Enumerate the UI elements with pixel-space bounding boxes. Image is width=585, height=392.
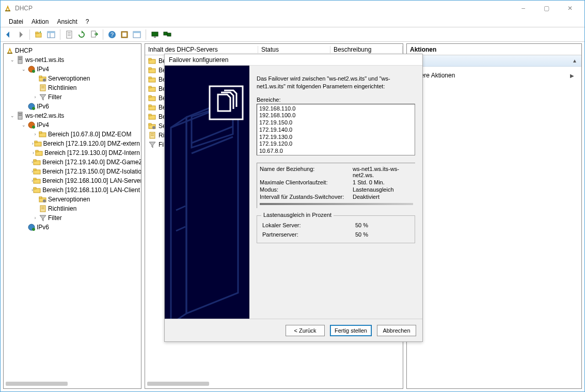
tree-item[interactable]: ⌄ws-net1.ws.its: [5, 55, 140, 65]
tree-item[interactable]: IPv6: [5, 102, 140, 111]
tree-item[interactable]: Richtlinien: [5, 204, 140, 213]
scopes-label: Bereiche:: [257, 97, 415, 103]
tree-panel: DHCP ⌄ws-net1.ws.its⌄IPv4ServeroptionenR…: [3, 43, 141, 389]
monitor-pair-button[interactable]: [162, 29, 173, 40]
svg-point-29: [43, 79, 46, 82]
folder-cog-icon: [39, 74, 47, 83]
tree-item-label: ws-net1.ws.its: [25, 56, 64, 64]
tree-item[interactable]: ⌄IPv4: [5, 65, 140, 74]
scope-icon: [148, 94, 156, 102]
panes-button[interactable]: [45, 29, 57, 40]
tree-expander-icon[interactable]: ›: [31, 95, 39, 100]
mode-value: Lastenausgleich: [353, 186, 413, 193]
tree-root[interactable]: DHCP: [5, 46, 140, 55]
actions-sub-header[interactable]: ▲: [407, 55, 581, 67]
tree-item[interactable]: ›Bereich [172.19.120.0] DMZ-extern: [5, 139, 140, 148]
leadtime-label: Maximale Clientvorlaufzeit:: [260, 179, 353, 185]
partner-server-label: Partnerserver:: [262, 231, 355, 238]
svg-rect-53: [34, 187, 36, 189]
tree-item[interactable]: ›Filter: [5, 213, 140, 223]
filter-icon: [148, 140, 156, 149]
relationship-label: Name der Beziehung:: [260, 166, 353, 178]
scope-icon: [148, 113, 156, 121]
tree-expander-icon[interactable]: ⌄: [20, 122, 27, 128]
tree-item[interactable]: ›Bereich [172.19.140.0] DMZ-GameZ: [5, 158, 140, 167]
wizard-content: Das Failover wird zwischen "ws-net2.ws.i…: [249, 66, 422, 319]
menu-action[interactable]: Aktion: [27, 17, 53, 26]
close-button[interactable]: ✕: [558, 1, 581, 15]
content-hscrollbar[interactable]: [147, 380, 401, 387]
tree-item[interactable]: ⌄ws-net2.ws.its: [5, 111, 140, 120]
tree-expander-icon[interactable]: ⌄: [20, 67, 27, 72]
scope-icon: [148, 57, 156, 65]
cancel-button[interactable]: Abbrechen: [377, 325, 416, 336]
tree-item[interactable]: Richtlinien: [5, 83, 140, 92]
leadtime-value: 1 Std. 0 Min.: [353, 179, 413, 185]
filter-icon: [39, 214, 47, 222]
tree-item[interactable]: ›Filter: [5, 92, 140, 102]
back-button[interactable]: < Zurück: [286, 325, 325, 336]
tree-view[interactable]: DHCP ⌄ws-net1.ws.its⌄IPv4ServeroptionenR…: [4, 44, 141, 234]
svg-rect-24: [19, 59, 22, 60]
svg-rect-75: [149, 114, 151, 116]
col-content[interactable]: Inhalt des DHCP-Servers: [145, 46, 258, 53]
tree-expander-icon[interactable]: ⌄: [9, 113, 16, 118]
scope-icon: [148, 66, 156, 74]
scope-icon: [33, 167, 41, 176]
svg-rect-17: [152, 32, 158, 36]
export-button[interactable]: [88, 29, 100, 40]
svg-rect-14: [122, 33, 127, 37]
tree-item-label: IPv4: [37, 121, 49, 129]
tree-expander-icon[interactable]: ›: [31, 132, 39, 137]
refresh-button[interactable]: [76, 29, 87, 40]
tree-item[interactable]: ›Bereich [192.168.110.0] LAN-Client: [5, 185, 140, 195]
actions-panel: Aktionen ▲ eitere Aktionen ▶: [406, 43, 582, 389]
monitor-green-button[interactable]: [149, 29, 161, 40]
minimize-button[interactable]: –: [512, 1, 535, 15]
col-desc[interactable]: Beschreibung: [330, 46, 403, 53]
tool-btn-3[interactable]: [131, 29, 143, 40]
folder-cog-icon: [148, 122, 156, 130]
menu-file[interactable]: Datei: [5, 17, 27, 26]
tree-item[interactable]: ›Bereich [172.19.130.0] DMZ-Intern: [5, 148, 140, 158]
up-button[interactable]: [33, 29, 44, 40]
tree-item[interactable]: Serveroptionen: [5, 195, 140, 204]
actions-more[interactable]: eitere Aktionen ▶: [411, 69, 577, 82]
scope-icon: [39, 130, 47, 138]
maximize-button[interactable]: ▢: [535, 1, 558, 15]
tree-item[interactable]: ⌄IPv4: [5, 120, 140, 130]
scope-entry: 172.19.120.0: [259, 140, 413, 148]
tree-item[interactable]: ›Bereich [10.67.8.0] DMZ-EOM: [5, 130, 140, 139]
nav-back-button[interactable]: [3, 29, 14, 40]
collapse-up-icon[interactable]: ▲: [572, 58, 577, 64]
tree-expander-icon[interactable]: ⌄: [9, 57, 16, 62]
properties-button[interactable]: [64, 29, 75, 40]
svg-rect-55: [39, 197, 42, 198]
tree-expander-icon[interactable]: ›: [31, 215, 39, 221]
tool-btn-2[interactable]: [119, 29, 130, 40]
menu-view[interactable]: Ansicht: [53, 17, 81, 26]
wizard-title: Failover konfigurieren: [169, 56, 228, 64]
svg-rect-49: [34, 169, 36, 170]
failover-wizard-dialog: Failover konfigurieren: [164, 54, 423, 342]
finish-button[interactable]: Fertig stellen: [330, 325, 372, 336]
scope-icon: [148, 85, 156, 93]
svg-rect-65: [149, 68, 151, 69]
tree-item[interactable]: ›Bereich [172.19.150.0] DMZ-Isolatio: [5, 167, 140, 176]
tree-item[interactable]: Serveroptionen: [5, 74, 140, 83]
chevron-right-icon: ▶: [570, 73, 574, 79]
folder-cog-icon: [39, 195, 47, 203]
tree-item[interactable]: IPv6: [5, 223, 140, 232]
scope-icon: [33, 186, 41, 194]
load-balance-legend: Lastenausgleich in Prozent: [261, 212, 334, 218]
policy-icon: [148, 131, 156, 139]
tree-expander-icon[interactable]: ›: [31, 150, 35, 155]
tree-hscrollbar[interactable]: [6, 380, 139, 387]
col-status[interactable]: Status: [258, 46, 330, 53]
help-button[interactable]: ?: [106, 29, 118, 40]
scopes-list[interactable]: 192.168.110.0192.168.100.0172.19.150.017…: [257, 104, 415, 155]
nav-forward-button[interactable]: [15, 29, 26, 40]
menu-help[interactable]: ?: [82, 17, 93, 26]
ipv6-icon: [27, 223, 36, 231]
tree-item[interactable]: ›Bereich [192.168.100.0] LAN-Server: [5, 176, 140, 185]
